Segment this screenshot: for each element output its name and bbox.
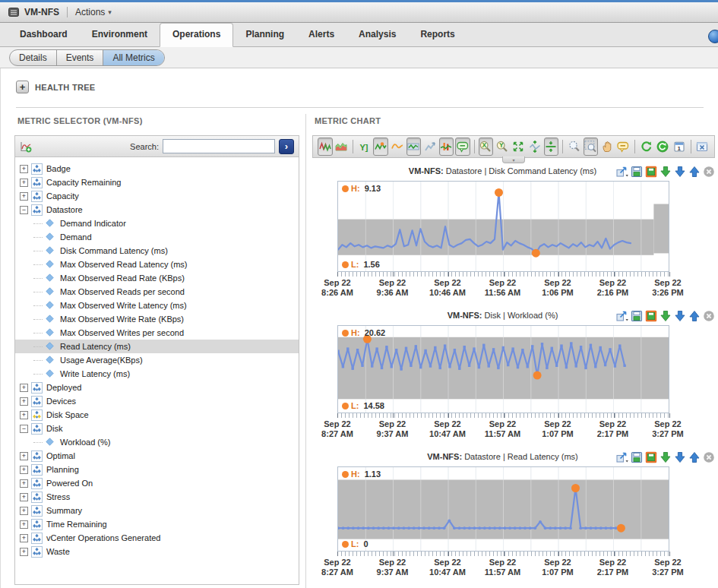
tree-group-time-remaining[interactable]: +Time Remaining xyxy=(15,517,299,531)
line-view-icon[interactable] xyxy=(373,138,388,156)
save-snapshot-icon[interactable] xyxy=(645,166,657,178)
tree-group-capacity-remaining[interactable]: +Capacity Remaining xyxy=(15,175,299,189)
health-tree-expand-button[interactable]: + xyxy=(16,81,29,93)
trend-view-icon[interactable] xyxy=(422,138,438,156)
tab-analysis[interactable]: Analysis xyxy=(346,24,408,46)
tree-metric-max-observed-reads-per-second[interactable]: Max Observed Reads per second xyxy=(15,285,299,299)
move-up-icon[interactable] xyxy=(688,310,701,322)
tree-group-badge[interactable]: +Badge xyxy=(15,162,299,175)
move-down-icon[interactable] xyxy=(674,310,686,322)
tree-group-disk[interactable]: −Disk xyxy=(15,422,299,435)
expand-plus-icon[interactable]: + xyxy=(20,520,28,529)
tree-metric-max-observed-write-rate-kbps[interactable]: Max Observed Write Rate (KBps) xyxy=(15,312,299,326)
save-snapshot-icon[interactable] xyxy=(645,451,657,463)
subtab-details[interactable]: Details xyxy=(10,50,57,65)
pan-icon[interactable] xyxy=(599,138,615,156)
help-button[interactable] xyxy=(708,30,718,43)
fit-vertical-icon[interactable] xyxy=(527,138,542,156)
move-down-icon[interactable] xyxy=(674,451,686,463)
anomalies-icon[interactable] xyxy=(439,138,454,156)
tree-metric-disk-command-latency-ms[interactable]: Disk Command Latency (ms) xyxy=(15,244,299,258)
refresh-icon[interactable] xyxy=(639,138,654,156)
tree-group-powered-on[interactable]: +Powered On xyxy=(15,476,299,490)
tree-metric-read-latency-ms[interactable]: Read Latency (ms) xyxy=(15,340,299,353)
data-tips-icon[interactable] xyxy=(455,138,470,156)
save-chart-icon[interactable] xyxy=(631,310,643,322)
popup-chart-icon[interactable] xyxy=(616,166,628,178)
tree-group-summary[interactable]: +Summary xyxy=(15,504,299,517)
tree-group-planning[interactable]: +Planning xyxy=(15,463,299,476)
subtab-events[interactable]: Events xyxy=(57,50,104,65)
tab-planning[interactable]: Planning xyxy=(233,24,296,46)
search-input[interactable] xyxy=(163,139,275,153)
tree-group-capacity[interactable]: +Capacity xyxy=(15,189,299,203)
download-icon[interactable] xyxy=(659,166,672,178)
save-chart-icon[interactable] xyxy=(631,451,643,463)
zoom-y-icon[interactable]: Y xyxy=(495,138,510,156)
panel-splitter[interactable] xyxy=(305,114,306,588)
subtab-all-metrics[interactable]: All Metrics xyxy=(103,50,163,65)
move-up-icon[interactable] xyxy=(688,451,701,463)
tree-metric-demand-indicator[interactable]: Demand Indicator xyxy=(15,217,299,230)
close-chart-icon[interactable] xyxy=(703,310,715,322)
tree-group-waste[interactable]: +Waste xyxy=(15,545,299,558)
stacked-view-icon[interactable] xyxy=(334,138,350,156)
compress-vertical-icon[interactable] xyxy=(544,138,559,156)
expand-plus-icon[interactable]: + xyxy=(20,397,28,406)
download-icon[interactable] xyxy=(659,310,672,322)
collapse-minus-icon[interactable]: − xyxy=(20,206,28,214)
expand-plus-icon[interactable]: + xyxy=(20,165,28,173)
close-chart-icon[interactable] xyxy=(703,166,715,178)
create-chart-icon[interactable] xyxy=(20,141,32,153)
search-go-button[interactable]: › xyxy=(279,139,294,154)
split-charts-icon[interactable] xyxy=(318,138,333,156)
tree-metric-usage-average-kbps[interactable]: Usage Average(KBps) xyxy=(15,353,299,367)
tree-metric-demand[interactable]: Demand xyxy=(15,230,299,244)
expand-plus-icon[interactable]: + xyxy=(20,192,28,201)
popup-chart-icon[interactable] xyxy=(616,310,628,322)
popup-chart-icon[interactable] xyxy=(616,451,628,463)
tab-reports[interactable]: Reports xyxy=(408,24,467,46)
tree-metric-max-observed-read-rate-kbps[interactable]: Max Observed Read Rate (KBps) xyxy=(15,271,299,285)
threshold-band-icon[interactable] xyxy=(406,138,422,156)
tree-metric-max-observed-read-latency-ms[interactable]: Max Observed Read Latency (ms) xyxy=(15,258,299,271)
hide-tips-icon[interactable] xyxy=(616,138,631,156)
expand-plus-icon[interactable]: + xyxy=(20,411,28,419)
chart-plot[interactable]: H: 9.13L: 1.56 xyxy=(337,181,669,272)
expand-plus-icon[interactable]: + xyxy=(20,479,28,488)
expand-plus-icon[interactable]: + xyxy=(20,534,28,542)
close-chart-icon[interactable] xyxy=(703,451,715,463)
date-range-icon[interactable]: 1 xyxy=(672,138,687,156)
expand-plus-icon[interactable]: + xyxy=(20,384,28,392)
zoom-all-icon[interactable] xyxy=(511,138,527,156)
tree-group-deployed[interactable]: +Deployed xyxy=(15,381,299,394)
zoom-x-icon[interactable]: X xyxy=(479,138,494,156)
save-snapshot-icon[interactable] xyxy=(645,310,657,322)
smooth-line-icon[interactable] xyxy=(390,138,405,156)
y-axis-scale-icon[interactable]: Y] xyxy=(357,138,372,156)
tree-group-optimal[interactable]: +Optimal xyxy=(15,449,299,463)
tab-operations[interactable]: Operations xyxy=(160,23,233,47)
tree-group-devices[interactable]: +Devices xyxy=(15,394,299,408)
move-down-icon[interactable] xyxy=(674,166,686,178)
expand-plus-icon[interactable]: + xyxy=(20,466,28,474)
expand-plus-icon[interactable]: + xyxy=(20,507,28,515)
tree-group-disk-space[interactable]: +Disk Space xyxy=(15,408,299,422)
zoom-lens-icon[interactable] xyxy=(567,138,582,156)
tab-alerts[interactable]: Alerts xyxy=(296,24,346,46)
save-chart-icon[interactable] xyxy=(631,166,643,178)
auto-refresh-icon[interactable] xyxy=(656,138,671,156)
expand-plus-icon[interactable]: + xyxy=(20,179,28,187)
tree-metric-max-observed-writes-per-second[interactable]: Max Observed Writes per second xyxy=(15,326,299,340)
tab-environment[interactable]: Environment xyxy=(80,24,160,46)
chart-plot[interactable]: H: 20.62L: 14.58 xyxy=(337,325,669,413)
tree-metric-workload[interactable]: Workload (%) xyxy=(15,435,299,449)
expand-plus-icon[interactable]: + xyxy=(20,493,28,501)
expand-plus-icon[interactable]: + xyxy=(20,548,28,556)
tree-group-datastore[interactable]: −Datastore xyxy=(15,203,299,217)
expand-plus-icon[interactable]: + xyxy=(20,452,28,460)
download-icon[interactable] xyxy=(659,451,672,463)
tree-metric-max-observed-write-latency-ms[interactable]: Max Observed Write Latency (ms) xyxy=(15,299,299,312)
actions-menu-button[interactable]: Actions ▾ xyxy=(75,7,112,17)
tree-group-stress[interactable]: +Stress xyxy=(15,490,299,504)
